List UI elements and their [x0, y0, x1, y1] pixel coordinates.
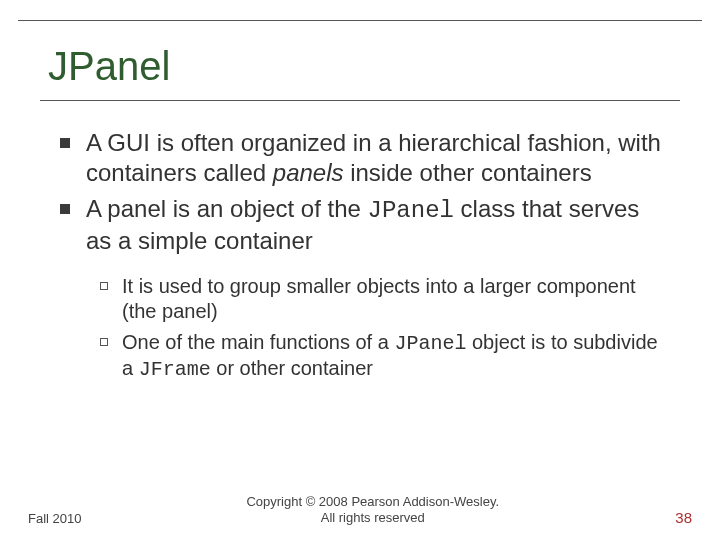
bullet-text: A panel is an object of the JPanel class… — [86, 194, 670, 256]
bullet-item: A GUI is often organized in a hierarchic… — [60, 128, 670, 188]
sub-bullet-list: It is used to group smaller objects into… — [100, 274, 670, 382]
bullet-text: A GUI is often organized in a hierarchic… — [86, 128, 670, 188]
text-span: It is used to group smaller objects into… — [122, 275, 636, 322]
slide-footer: Fall 2010 Copyright © 2008 Pearson Addis… — [0, 494, 720, 527]
code-span: JPanel — [394, 332, 466, 355]
code-span: JFrame — [139, 358, 211, 381]
footer-term: Fall 2010 — [28, 511, 81, 526]
sub-bullet-text: One of the main functions of a JPanel ob… — [122, 330, 670, 382]
slide-title: JPanel — [48, 44, 170, 89]
text-span: inside other containers — [344, 159, 592, 186]
hollow-square-bullet-icon — [100, 338, 108, 346]
sub-bullet-item: It is used to group smaller objects into… — [100, 274, 670, 324]
sub-bullet-item: One of the main functions of a JPanel ob… — [100, 330, 670, 382]
code-span: JPanel — [368, 197, 454, 224]
text-span: or other container — [211, 357, 373, 379]
inner-rule — [40, 100, 680, 101]
text-span: One of the main functions of a — [122, 331, 394, 353]
slide-body: A GUI is often organized in a hierarchic… — [60, 128, 670, 388]
slide: JPanel A GUI is often organized in a hie… — [0, 0, 720, 540]
copyright-line1: Copyright © 2008 Pearson Addison-Wesley. — [246, 494, 499, 509]
hollow-square-bullet-icon — [100, 282, 108, 290]
sub-bullet-text: It is used to group smaller objects into… — [122, 274, 670, 324]
italic-span: panels — [273, 159, 344, 186]
square-bullet-icon — [60, 204, 70, 214]
footer-copyright: Copyright © 2008 Pearson Addison-Wesley.… — [81, 494, 664, 527]
text-span: A panel is an object of the — [86, 195, 368, 222]
copyright-line2: All rights reserved — [321, 510, 425, 525]
outer-rule — [18, 20, 702, 21]
page-number: 38 — [664, 509, 692, 526]
square-bullet-icon — [60, 138, 70, 148]
bullet-item: A panel is an object of the JPanel class… — [60, 194, 670, 256]
